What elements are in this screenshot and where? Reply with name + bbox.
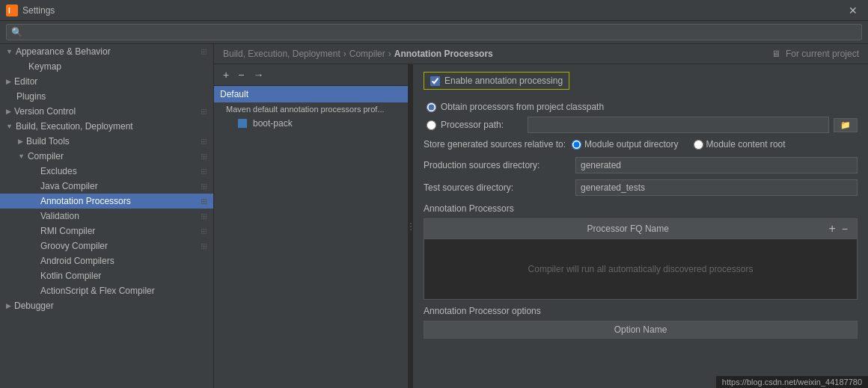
sidebar-item-keymap[interactable]: Keymap xyxy=(0,59,213,74)
right-panel: Build, Execution, Deployment › Compiler … xyxy=(214,44,868,388)
sidebar-item-settings-icon: ⊞ xyxy=(201,227,207,236)
sidebar-item-label: Appearance & Behavior xyxy=(16,46,198,57)
module-output-label: Module output directory xyxy=(584,139,678,150)
breadcrumb-sep2: › xyxy=(388,49,391,59)
sidebar-item-actionscript-flex[interactable]: ActionScript & Flex Compiler xyxy=(0,283,213,298)
sidebar-item-build-tools[interactable]: ▶Build Tools⊞ xyxy=(0,134,213,149)
navigate-profile-button[interactable]: → xyxy=(250,67,266,82)
sidebar-item-excludes[interactable]: Excludes⊞ xyxy=(0,164,213,179)
sidebar-item-label: Validation xyxy=(40,211,198,221)
profile-boot-pack-label: boot-pack xyxy=(253,118,293,129)
sidebar-item-label: Excludes xyxy=(40,166,198,176)
bottom-bar: https://blog.csdn.net/weixin_44187780 xyxy=(716,376,868,388)
enable-ap-checkbox[interactable] xyxy=(430,76,440,86)
test-sources-label: Test sources directory: xyxy=(424,182,569,193)
processor-path-radio[interactable] xyxy=(427,120,436,130)
enable-ap-row: Enable annotation processing xyxy=(424,72,858,96)
module-content-radio[interactable] xyxy=(694,140,703,150)
sidebar-item-android-compilers[interactable]: Android Compilers xyxy=(0,253,213,268)
arrow-icon: ▶ xyxy=(6,108,11,115)
sidebar-item-annotation-processors[interactable]: Annotation Processors⊞ xyxy=(0,194,213,209)
sidebar-item-label: ActionScript & Flex Compiler xyxy=(40,286,207,296)
production-sources-input[interactable] xyxy=(575,157,858,173)
sidebar-item-label: Version Control xyxy=(14,106,198,117)
arrow-icon: ▶ xyxy=(6,78,11,85)
processor-path-label: Processor path: xyxy=(441,120,523,130)
test-sources-input[interactable] xyxy=(575,179,858,196)
breadcrumb-part1: Build, Execution, Deployment xyxy=(223,49,340,59)
ap-empty-text: Compiler will run all automatically disc… xyxy=(528,264,754,274)
processor-path-input[interactable] xyxy=(528,117,829,133)
breadcrumb-current: Annotation Processors xyxy=(394,49,493,59)
profiles-toolbar: + − → xyxy=(214,64,408,86)
sidebar-item-build-execution-deployment[interactable]: ▼Build, Execution, Deployment xyxy=(0,119,213,134)
processor-path-row: Processor path: 📁 xyxy=(427,117,858,133)
sidebar-item-appearance-behavior[interactable]: ▼Appearance & Behavior⊞ xyxy=(0,44,213,59)
sidebar-item-label: Java Compiler xyxy=(40,181,198,191)
sidebar-item-kotlin-compiler[interactable]: Kotlin Compiler xyxy=(0,268,213,283)
bottom-bar-url: https://blog.csdn.net/weixin_44187780 xyxy=(722,378,862,387)
arrow-icon: ▼ xyxy=(18,153,25,160)
sidebar-item-settings-icon: ⊞ xyxy=(201,241,207,251)
annotation-processors-section-header: Annotation Processors xyxy=(424,203,858,214)
profiles-list: Default Maven default annotation process… xyxy=(214,86,408,388)
arrow-icon: ▼ xyxy=(6,48,13,55)
title-bar: I Settings ✕ xyxy=(0,0,868,21)
project-link-text: For current project xyxy=(786,49,859,59)
processor-path-browse-button[interactable]: 📁 xyxy=(834,118,858,132)
project-link-icon: 🖥 xyxy=(771,49,780,59)
divider-dots xyxy=(410,223,412,230)
ap-remove-button[interactable]: − xyxy=(839,223,851,235)
sidebar-item-java-compiler[interactable]: Java Compiler⊞ xyxy=(0,179,213,194)
processor-fq-name-col: Processor FQ Name xyxy=(430,224,825,234)
project-link[interactable]: 🖥 For current project xyxy=(771,49,859,59)
obtain-processors-row: Obtain processors from project classpath xyxy=(427,102,858,112)
sidebar-item-debugger[interactable]: ▶Debugger xyxy=(0,298,213,313)
sidebar-item-label: Debugger xyxy=(14,301,207,311)
sidebar-item-settings-icon: ⊞ xyxy=(201,197,207,206)
arrow-icon: ▼ xyxy=(6,123,13,130)
add-profile-button[interactable]: + xyxy=(220,67,232,82)
production-sources-label: Production sources directory: xyxy=(424,160,569,170)
profile-maven[interactable]: Maven default annotation processors prof… xyxy=(214,102,408,116)
module-output-option[interactable]: Module output directory xyxy=(572,139,678,150)
production-sources-row: Production sources directory: xyxy=(424,157,858,173)
obtain-processors-radio[interactable] xyxy=(427,102,436,112)
profile-maven-label: Maven default annotation processors prof… xyxy=(226,105,385,114)
sidebar-item-validation[interactable]: Validation⊞ xyxy=(0,209,213,224)
sidebar-item-version-control[interactable]: ▶Version Control⊞ xyxy=(0,104,213,119)
title-text: Settings xyxy=(22,5,55,16)
ap-add-button[interactable]: + xyxy=(825,222,838,235)
sidebar-item-label: Groovy Compiler xyxy=(40,241,198,251)
apo-table-header: Option Name xyxy=(424,321,857,338)
sidebar-item-label: Kotlin Compiler xyxy=(40,271,207,281)
test-sources-row: Test sources directory: xyxy=(424,179,858,196)
sidebar-item-label: Compiler xyxy=(28,151,198,161)
module-output-radio[interactable] xyxy=(572,140,581,150)
search-input[interactable] xyxy=(6,24,862,40)
profile-default-label: Default xyxy=(220,89,248,99)
profile-boot-pack[interactable]: boot-pack xyxy=(214,116,408,131)
close-button[interactable]: ✕ xyxy=(844,3,862,18)
split-area: + − → Default Maven default annotation p… xyxy=(214,64,868,388)
store-sources-row: Store generated sources relative to: Mod… xyxy=(424,139,858,150)
module-content-option[interactable]: Module content root xyxy=(694,139,786,150)
apo-section: Annotation Processor options Option Name xyxy=(424,306,858,339)
sidebar-item-label: RMI Compiler xyxy=(40,226,198,236)
profile-icon xyxy=(238,119,247,128)
sidebar-item-settings-icon: ⊞ xyxy=(201,152,207,161)
enable-ap-checkbox-label[interactable]: Enable annotation processing xyxy=(424,72,569,90)
remove-profile-button[interactable]: − xyxy=(235,67,247,82)
sidebar-item-plugins[interactable]: Plugins xyxy=(0,89,213,104)
main-container: ▼Appearance & Behavior⊞Keymap▶EditorPlug… xyxy=(0,21,868,388)
sidebar-item-settings-icon: ⊞ xyxy=(201,47,207,57)
module-content-label: Module content root xyxy=(706,139,786,150)
sidebar-item-compiler[interactable]: ▼Compiler⊞ xyxy=(0,149,213,164)
ap-table-header: Processor FQ Name + − xyxy=(424,219,857,239)
sidebar-item-rmi-compiler[interactable]: RMI Compiler⊞ xyxy=(0,224,213,238)
arrow-icon: ▶ xyxy=(18,138,23,145)
profile-default[interactable]: Default xyxy=(214,86,408,102)
obtain-processors-label: Obtain processors from project classpath xyxy=(441,102,604,112)
sidebar-item-editor[interactable]: ▶Editor xyxy=(0,74,213,89)
sidebar-item-groovy-compiler[interactable]: Groovy Compiler⊞ xyxy=(0,238,213,253)
